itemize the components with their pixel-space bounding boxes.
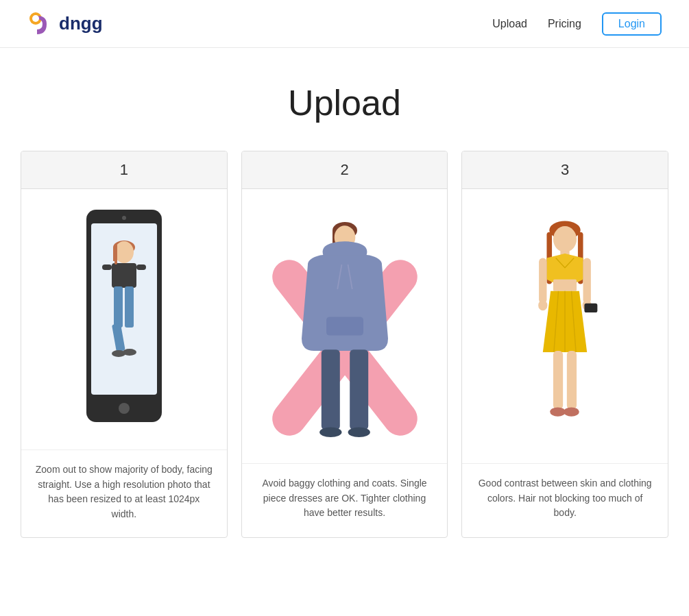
card-3: 3 [461, 151, 668, 538]
svg-rect-48 [567, 351, 577, 409]
svg-point-41 [538, 300, 547, 310]
card-1-header: 1 [21, 151, 227, 189]
card-3-image [462, 189, 668, 464]
svg-point-4 [122, 216, 126, 220]
svg-rect-30 [350, 349, 368, 430]
card-1-image [21, 189, 227, 450]
card-2-header: 2 [242, 151, 448, 189]
svg-point-16 [123, 349, 136, 356]
header: dngg Upload Pricing Login [0, 0, 689, 48]
svg-rect-38 [553, 280, 577, 291]
svg-rect-29 [321, 349, 339, 430]
card-2-image [242, 189, 448, 464]
svg-point-36 [553, 226, 577, 252]
nav-pricing[interactable]: Pricing [548, 18, 581, 30]
svg-rect-10 [102, 264, 112, 270]
baggy-illustration [263, 203, 427, 449]
phone-illustration [56, 203, 193, 436]
svg-rect-17 [114, 244, 117, 264]
cards-row: 1 [21, 151, 668, 538]
logo[interactable]: dngg [27, 10, 103, 38]
svg-point-50 [564, 407, 579, 416]
nav: Upload Pricing Login [492, 12, 662, 36]
page-title: Upload [21, 82, 668, 123]
card-1-caption: Zoom out to show majority of body, facin… [21, 450, 227, 537]
svg-rect-47 [553, 351, 563, 409]
svg-rect-11 [136, 264, 146, 270]
svg-rect-40 [583, 258, 591, 304]
login-button[interactable]: Login [602, 12, 662, 36]
svg-point-32 [348, 428, 370, 437]
svg-rect-9 [112, 263, 136, 288]
svg-point-31 [319, 428, 341, 437]
logo-icon [27, 10, 55, 38]
svg-rect-13 [125, 286, 134, 328]
card-3-caption: Good contrast between skin and clothing … [462, 464, 668, 536]
outfit-illustration [496, 203, 633, 449]
svg-rect-39 [539, 258, 546, 304]
svg-point-49 [550, 407, 566, 416]
svg-rect-43 [585, 304, 598, 312]
nav-upload[interactable]: Upload [492, 18, 527, 30]
svg-point-1 [32, 15, 39, 22]
card-1: 1 [21, 151, 228, 538]
card-2: 2 [241, 151, 448, 538]
card-3-header: 3 [462, 151, 668, 189]
svg-point-5 [119, 403, 130, 414]
svg-point-8 [114, 241, 134, 263]
main-content: Upload 1 [0, 48, 689, 579]
card-2-caption: Avoid baggy clothing and coats. Single p… [242, 464, 448, 536]
svg-rect-26 [326, 317, 363, 336]
logo-text: dngg [59, 13, 103, 34]
svg-rect-12 [114, 286, 123, 328]
